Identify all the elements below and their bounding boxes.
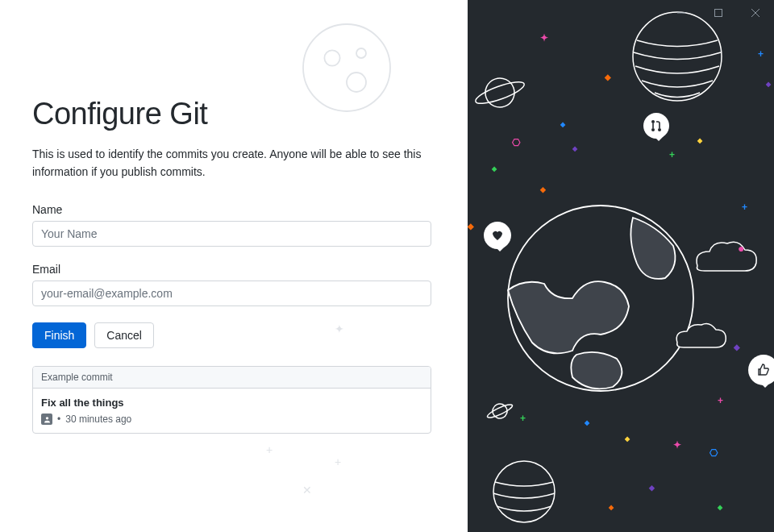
svg-point-16 (651, 128, 655, 131)
sparkle-icon: ◆ (468, 222, 474, 231)
svg-point-10 (473, 78, 526, 108)
avatar-icon (41, 414, 52, 425)
sparkle-icon: ◆ (585, 419, 589, 426)
commit-title: Fix all the things (41, 397, 422, 409)
sparkle-icon: ⎔ (512, 137, 520, 148)
svg-point-14 (486, 402, 514, 420)
svg-point-17 (658, 128, 661, 131)
svg-rect-5 (715, 10, 722, 17)
svg-point-9 (481, 74, 518, 111)
sparkle-icon: ◆ (718, 504, 722, 511)
email-field-group: Email (32, 263, 435, 306)
svg-point-15 (651, 120, 655, 123)
sparkle-icon: ◆ (625, 435, 630, 443)
commit-meta: • 30 minutes ago (41, 414, 422, 425)
sparkle-icon: ◆ (572, 145, 577, 152)
sparkle-icon: ◆ (605, 73, 611, 81)
email-input[interactable] (32, 281, 431, 306)
sparkle-icon: ◆ (734, 343, 740, 351)
sparkle-icon: ◆ (560, 121, 565, 128)
sparkle-icon: ✦ (673, 439, 681, 451)
sparkle-icon: ✦ (335, 322, 344, 335)
sparkle-icon: + (520, 413, 526, 424)
finish-button[interactable]: Finish (32, 322, 86, 348)
app-window: ✦ + ✕ + Configure Git This is used to id… (0, 0, 774, 532)
example-commit-card: Example commit Fix all the things • 30 m… (32, 366, 431, 434)
sparkle-icon: ◆ (492, 165, 497, 172)
example-commit-body: Fix all the things • 30 minutes ago (33, 389, 431, 433)
button-row: Finish Cancel (32, 322, 435, 348)
illustration-panel: ✦ ◆ + ◆ ◆ ⎔ ◆ + ◆ ◆ ◆ + ● ◆ + + ◆ ◆ ✦ ⎔ … (468, 0, 774, 532)
sparkle-icon: ◆ (540, 185, 546, 193)
svg-point-1 (324, 50, 339, 65)
sparkle-icon: + (669, 149, 675, 160)
configure-git-panel: ✦ + ✕ + Configure Git This is used to id… (0, 0, 468, 532)
sparkle-icon: ◆ (766, 81, 771, 88)
pull-request-icon (650, 119, 663, 132)
sparkle-icon: ◆ (649, 484, 655, 492)
svg-point-3 (356, 48, 366, 58)
thumbs-up-bubble (748, 355, 774, 385)
space-illustration (468, 0, 774, 532)
svg-point-2 (347, 73, 366, 92)
pull-request-bubble (643, 113, 669, 139)
page-description: This is used to identify the commits you… (32, 146, 435, 181)
separator-dot: • (57, 414, 60, 425)
sparkle-icon: + (335, 455, 341, 468)
cancel-button[interactable]: Cancel (94, 322, 154, 348)
svg-point-0 (303, 24, 390, 111)
close-button[interactable] (737, 0, 774, 26)
example-commit-header: Example commit (33, 367, 431, 389)
svg-point-12 (493, 461, 555, 522)
heart-icon (491, 229, 504, 242)
sparkle-icon: + (718, 395, 723, 406)
sparkle-icon: ✦ (540, 32, 548, 44)
email-label: Email (32, 263, 435, 276)
sparkle-icon: + (266, 443, 273, 456)
moon-illustration (298, 19, 395, 116)
sparkle-icon: ✕ (302, 484, 312, 497)
sparkle-icon: ◆ (609, 504, 614, 511)
minimize-button[interactable] (663, 0, 700, 26)
sparkle-icon: ⎔ (710, 447, 718, 459)
name-input[interactable] (32, 221, 431, 247)
sparkle-icon: ◆ (697, 137, 702, 144)
maximize-button[interactable] (700, 0, 737, 26)
sparkle-icon: ● (738, 242, 744, 255)
commit-time: 30 minutes ago (65, 414, 131, 425)
heart-bubble (484, 222, 511, 249)
sparkle-icon: + (758, 48, 764, 60)
sparkle-icon: + (742, 202, 747, 213)
window-controls (663, 0, 774, 26)
name-field-group: Name (32, 203, 435, 247)
name-label: Name (32, 203, 435, 216)
thumbs-up-icon (757, 364, 770, 376)
